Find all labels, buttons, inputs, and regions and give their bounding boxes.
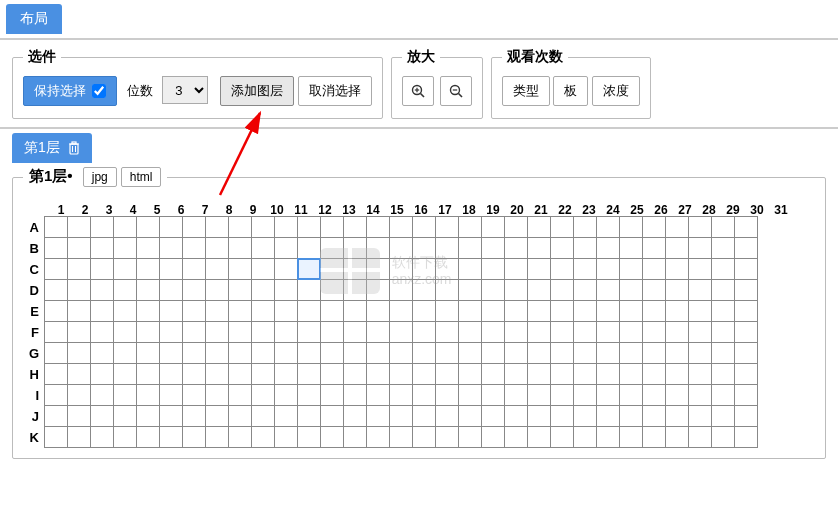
grid-cell[interactable] [182,237,206,259]
grid-cell[interactable] [44,363,68,385]
grid-cell[interactable] [573,363,597,385]
grid-cell[interactable] [711,384,735,406]
grid-cell[interactable] [113,384,137,406]
grid-cell[interactable] [412,384,436,406]
grid-cell[interactable] [734,321,758,343]
grid-cell[interactable] [205,258,229,280]
grid-cell[interactable] [159,237,183,259]
grid-cell[interactable] [251,237,275,259]
grid-cell[interactable] [665,405,689,427]
grid-cell[interactable] [320,216,344,238]
grid-cell[interactable] [136,300,160,322]
grid-cell[interactable] [435,279,459,301]
grid-cell[interactable] [619,237,643,259]
grid-cell[interactable] [136,237,160,259]
grid-cell[interactable] [228,279,252,301]
grid-cell[interactable] [527,321,551,343]
grid-cell[interactable] [435,363,459,385]
grid-cell[interactable] [550,216,574,238]
grid-cell[interactable] [113,216,137,238]
grid-cell[interactable] [136,216,160,238]
grid-cell[interactable] [113,426,137,448]
grid-cell[interactable] [113,258,137,280]
grid-cell[interactable] [297,216,321,238]
grid-cell[interactable] [412,216,436,238]
grid-cell[interactable] [435,321,459,343]
grid-cell[interactable] [297,237,321,259]
grid-cell[interactable] [320,279,344,301]
grid-cell[interactable] [573,426,597,448]
grid-cell[interactable] [159,258,183,280]
grid-cell[interactable] [113,342,137,364]
grid-cell[interactable] [389,384,413,406]
grid-cell[interactable] [527,279,551,301]
grid-cell[interactable] [205,216,229,238]
zoom-out-button[interactable] [440,76,472,106]
grid-cell[interactable] [67,321,91,343]
grid-cell[interactable] [251,321,275,343]
grid-cell[interactable] [366,258,390,280]
grid-cell[interactable] [573,300,597,322]
grid-cell[interactable] [205,426,229,448]
grid-cell[interactable] [642,300,666,322]
grid-cell[interactable] [458,426,482,448]
grid-cell[interactable] [550,258,574,280]
grid-cell[interactable] [90,258,114,280]
grid-cell[interactable] [481,258,505,280]
grid-cell[interactable] [320,258,344,280]
grid-cell[interactable] [504,384,528,406]
grid-cell[interactable] [435,237,459,259]
grid-cell[interactable] [67,363,91,385]
grid-cell[interactable] [481,216,505,238]
grid-cell[interactable] [642,258,666,280]
grid-cell[interactable] [251,258,275,280]
grid-cell[interactable] [596,363,620,385]
grid-cell[interactable] [274,258,298,280]
grid-cell[interactable] [573,405,597,427]
grid-cell[interactable] [458,279,482,301]
grid-cell[interactable] [90,300,114,322]
grid-cell[interactable] [481,321,505,343]
grid-cell[interactable] [389,363,413,385]
grid-cell[interactable] [44,300,68,322]
grid-cell[interactable] [596,237,620,259]
grid-cell[interactable] [435,300,459,322]
grid-cell[interactable] [44,342,68,364]
grid-cell[interactable] [619,216,643,238]
grid-cell[interactable] [320,426,344,448]
grid-cell[interactable] [550,342,574,364]
grid-cell[interactable] [228,321,252,343]
grid-cell[interactable] [642,426,666,448]
grid-cell[interactable] [642,342,666,364]
grid-cell[interactable] [274,321,298,343]
grid-cell[interactable] [412,342,436,364]
grid-cell[interactable] [389,300,413,322]
grid-cell[interactable] [481,300,505,322]
grid-cell[interactable] [389,321,413,343]
grid-cell[interactable] [573,237,597,259]
grid-cell[interactable] [734,384,758,406]
grid-cell[interactable] [228,426,252,448]
digits-select[interactable]: 3 [162,76,208,104]
grid-cell[interactable] [389,342,413,364]
grid-cell[interactable] [343,258,367,280]
grid-cell[interactable] [412,321,436,343]
grid-cell[interactable] [504,300,528,322]
grid-cell[interactable] [274,279,298,301]
grid-cell[interactable] [67,384,91,406]
grid-cell[interactable] [251,405,275,427]
grid-cell[interactable] [619,258,643,280]
export-jpg-button[interactable]: jpg [83,167,117,187]
grid-cell[interactable] [320,300,344,322]
grid-cell[interactable] [366,279,390,301]
grid-cell[interactable] [435,384,459,406]
grid-cell[interactable] [205,405,229,427]
grid-cell[interactable] [596,342,620,364]
grid-cell[interactable] [274,384,298,406]
grid-cell[interactable] [182,216,206,238]
grid-cell[interactable] [182,384,206,406]
grid-cell[interactable] [665,342,689,364]
grid-cell[interactable] [596,216,620,238]
grid-cell[interactable] [596,426,620,448]
grid-cell[interactable] [435,342,459,364]
